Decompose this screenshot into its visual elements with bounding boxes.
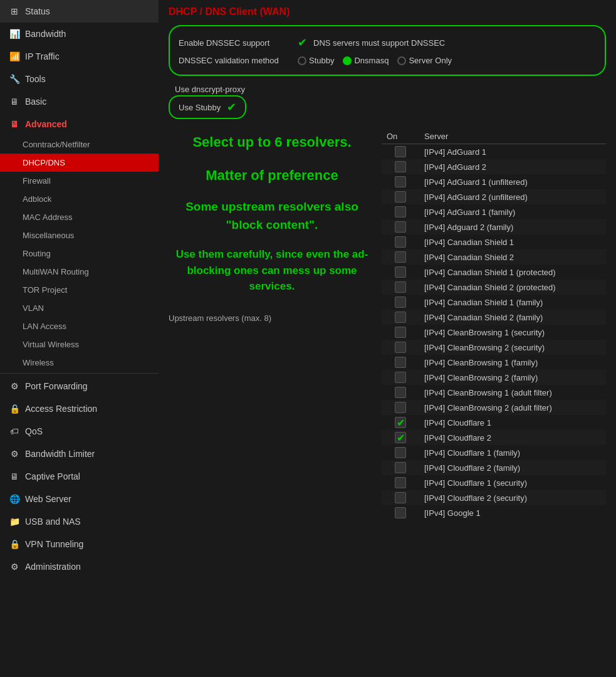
sidebar-sub-virtual-wireless[interactable]: Virtual Wireless (0, 335, 159, 354)
resolver-checkbox-23[interactable] (395, 492, 406, 503)
resolver-checkbox-8[interactable] (395, 266, 406, 278)
resolver-checkbox-19[interactable]: ✔ (395, 432, 406, 443)
table-row: [IPv4] CleanBrowsing 2 (family) (382, 370, 606, 385)
table-row: [IPv4] CleanBrowsing 1 (security) (382, 325, 606, 340)
sidebar-item-advanced[interactable]: 🖥 Advanced (0, 113, 159, 135)
sidebar-divider-1 (0, 373, 159, 374)
sidebar-sub-adblock[interactable]: Adblock (0, 190, 159, 208)
web-server-icon: 🌐 (9, 494, 20, 504)
table-row: ✔[IPv4] Cloudflare 1 (382, 415, 606, 430)
resolver-checkbox-6[interactable] (395, 236, 406, 248)
resolver-checkbox-12[interactable] (395, 327, 406, 338)
usb-nas-icon: 📁 (9, 517, 20, 527)
col-header-on: On (382, 129, 419, 144)
vpn-icon: 🔒 (9, 539, 20, 549)
col-header-server: Server (419, 129, 606, 144)
sidebar-sub-routing[interactable]: Routing (0, 244, 159, 263)
resolver-server-9: [IPv4] Canadian Shield 2 (protected) (419, 280, 606, 295)
resolver-server-21: [IPv4] Cloudflare 2 (family) (419, 460, 606, 475)
sidebar-item-bandwidth-limiter[interactable]: ⚙ Bandwidth Limiter (0, 443, 159, 465)
sidebar-item-basic[interactable]: 🖥 Basic (0, 90, 159, 113)
dnssec-section: Enable DNSSEC support ✔ DNS servers must… (169, 25, 606, 76)
validation-row: DNSSEC validation method Stubby Dnsmasq … (179, 53, 596, 68)
port-forwarding-icon: ⚙ (9, 381, 20, 391)
resolver-checkbox-4[interactable] (395, 206, 406, 218)
sidebar-sub-mac-address[interactable]: MAC Address (0, 208, 159, 226)
table-row: [IPv4] CleanBrowsing 1 (adult filter) (382, 385, 606, 400)
sidebar-item-web-server[interactable]: 🌐 Web Server (0, 488, 159, 510)
sidebar-item-administration[interactable]: ⚙ Administration (0, 555, 159, 578)
resolver-checkbox-13[interactable] (395, 342, 406, 353)
dnscrypt-row: Use dnscrypt-proxy (169, 82, 606, 95)
stubby-checkbox[interactable]: ✔ (227, 100, 236, 114)
sidebar-item-captive-portal[interactable]: 🖥 Captive Portal (0, 465, 159, 488)
annotation-line3: Some upstream resolvers also "block cont… (169, 192, 375, 240)
sidebar-sub-multiwan[interactable]: MultiWAN Routing (0, 263, 159, 281)
resolver-checkbox-10[interactable] (395, 297, 406, 308)
resolver-checkbox-1[interactable] (395, 161, 406, 172)
sidebar-sub-wireless[interactable]: Wireless (0, 354, 159, 372)
lock-icon: 🔒 (9, 404, 20, 414)
resolver-server-4: [IPv4] AdGuard 1 (family) (419, 204, 606, 219)
resolver-checkbox-0[interactable] (395, 146, 406, 157)
resolver-checkbox-16[interactable] (395, 387, 406, 398)
resolver-checkbox-22[interactable] (395, 477, 406, 488)
resolver-checkbox-17[interactable] (395, 402, 406, 413)
resolver-checkbox-5[interactable] (395, 221, 406, 233)
resolver-checkbox-14[interactable] (395, 357, 406, 368)
sidebar-sub-conntrack[interactable]: Conntrack/Netfilter (0, 135, 159, 154)
table-row: [IPv4] Canadian Shield 2 (protected) (382, 280, 606, 295)
advanced-icon: 🖥 (9, 119, 20, 129)
sidebar-item-bandwidth[interactable]: 📊 Bandwidth (0, 23, 159, 45)
table-row: [IPv4] Cloudflare 1 (security) (382, 475, 606, 490)
table-row: [IPv4] AdGuard 1 (family) (382, 204, 606, 219)
sidebar-sub-vlan[interactable]: VLAN (0, 299, 159, 317)
sidebar-sub-firewall[interactable]: Firewall (0, 172, 159, 190)
radio-stubby[interactable]: Stubby (298, 56, 334, 65)
radio-server-only[interactable]: Server Only (397, 56, 452, 65)
resolver-checkbox-21[interactable] (395, 462, 406, 473)
sidebar-sub-dhcpdns[interactable]: DHCP/DNS (0, 154, 159, 172)
bandwidth-icon: 📊 (9, 29, 20, 39)
table-row: [IPv4] CleanBrowsing 2 (adult filter) (382, 400, 606, 415)
dnssec-label: Enable DNSSEC support (179, 38, 291, 48)
resolver-checkbox-7[interactable] (395, 251, 406, 263)
resolver-checkbox-20[interactable] (395, 447, 406, 458)
validation-label: DNSSEC validation method (179, 56, 291, 65)
sidebar-item-tools[interactable]: 🔧 Tools (0, 68, 159, 90)
resolver-checkbox-15[interactable] (395, 372, 406, 383)
sidebar-item-status[interactable]: ⊞ Status (0, 0, 159, 23)
resolver-server-12: [IPv4] CleanBrowsing 1 (security) (419, 325, 606, 340)
resolver-checkbox-3[interactable] (395, 191, 406, 202)
sidebar-sub-tor[interactable]: TOR Project (0, 281, 159, 299)
sidebar-item-ip-traffic[interactable]: 📶 IP Traffic (0, 45, 159, 68)
sidebar-item-access-restriction[interactable]: 🔒 Access Restriction (0, 397, 159, 420)
radio-stubby-label: Stubby (309, 56, 334, 65)
sidebar-sub-lan-access[interactable]: LAN Access (0, 317, 159, 335)
sidebar: ⊞ Status 📊 Bandwidth 📶 IP Traffic 🔧 Tool… (0, 0, 159, 677)
resolver-checkbox-11[interactable] (395, 312, 406, 323)
resolver-checkbox-2[interactable] (395, 176, 406, 187)
table-row: [IPv4] Canadian Shield 1 (family) (382, 295, 606, 310)
resolver-checkbox-18[interactable]: ✔ (395, 417, 406, 428)
resolver-checkbox-24[interactable] (395, 507, 406, 518)
dnssec-checkbox[interactable]: ✔ (298, 36, 307, 50)
sidebar-sub-miscellaneous[interactable]: Miscellaneous (0, 226, 159, 244)
sidebar-item-qos[interactable]: 🏷 QoS (0, 420, 159, 443)
table-row: [IPv4] Cloudflare 1 (family) (382, 445, 606, 460)
radio-dnsmasq[interactable]: Dnsmasq (343, 56, 389, 65)
resolver-checkbox-9[interactable] (395, 281, 406, 293)
sidebar-item-usb-nas[interactable]: 📁 USB and NAS (0, 510, 159, 533)
content-area: Select up to 6 resolvers. Matter of pref… (169, 125, 606, 520)
table-row: [IPv4] AdGuard 2 (382, 159, 606, 174)
radio-server-only-dot (397, 56, 406, 65)
qos-icon: 🏷 (9, 426, 20, 436)
sidebar-item-port-forwarding[interactable]: ⚙ Port Forwarding (0, 375, 159, 397)
resolver-server-10: [IPv4] Canadian Shield 1 (family) (419, 295, 606, 310)
table-row: [IPv4] AdGuard 2 (unfiltered) (382, 189, 606, 204)
resolver-server-23: [IPv4] Cloudflare 2 (security) (419, 490, 606, 505)
radio-stubby-dot (298, 56, 306, 65)
resolver-server-22: [IPv4] Cloudflare 1 (security) (419, 475, 606, 490)
sidebar-item-vpn[interactable]: 🔒 VPN Tunneling (0, 533, 159, 555)
resolver-server-8: [IPv4] Canadian Shield 1 (protected) (419, 265, 606, 280)
